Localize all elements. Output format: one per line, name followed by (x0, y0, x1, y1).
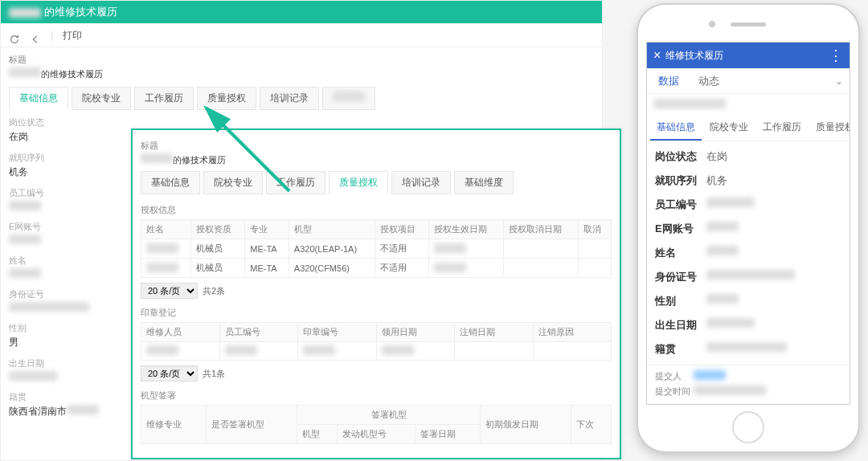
label-status: 岗位状态 (9, 116, 121, 129)
mf-dob-k: 出生日期 (655, 318, 706, 332)
table-header-row: 维修人员 员工编号 印章编号 领用日期 注销日期 注销原因 (141, 323, 612, 342)
stamp-table: 维修人员 员工编号 印章编号 领用日期 注销日期 注销原因 (141, 322, 612, 361)
mfoot-submitter-k: 提交人 (655, 370, 694, 382)
mf-id-k: 身份证号 (655, 270, 706, 284)
page-size-select[interactable]: 20 条/页 (141, 283, 198, 299)
mobile-tab-data[interactable]: 数据 (653, 74, 684, 88)
table-row[interactable]: 机械员 ME-TA A320(CFM56) 不适用 (141, 259, 612, 278)
value-enet (9, 235, 121, 247)
tab-basic[interactable]: 基础信息 (9, 87, 68, 110)
sub-tab-train[interactable]: 培训记录 (391, 171, 451, 194)
value-status: 在岗 (9, 130, 121, 144)
m-subtab-auth[interactable]: 质量授权 (809, 116, 850, 141)
value-series: 机务 (9, 165, 121, 179)
stamp-total: 共1条 (203, 368, 225, 380)
mf-empno-v (706, 198, 841, 212)
mf-id-v (706, 270, 841, 284)
left-detail-panel: 岗位状态在岗 就职序列机务 员工编号 E网账号 姓名 身份证号 性别男 出生日期… (1, 116, 129, 426)
mfoot-submitter-v (694, 370, 841, 382)
sub-tab-auth[interactable]: 质量授权 (329, 171, 388, 194)
value-empno (9, 201, 121, 213)
label-id: 身份证号 (9, 288, 121, 300)
auth-total: 共2条 (203, 285, 225, 297)
window-title: 的维修技术履历 (1, 1, 602, 23)
mobile-tab-activity[interactable]: 动态 (694, 74, 724, 88)
label-enet: E网账号 (9, 221, 121, 233)
mobile-subtitle (647, 94, 850, 116)
mobile-tabs: 数据 动态 ⌄ (647, 68, 850, 94)
sub-tab-basic[interactable]: 基础信息 (141, 171, 200, 194)
mf-status-v: 在岗 (706, 149, 841, 164)
mobile-mockup: × 维修技术履历 ⋮ 数据 动态 ⌄ 基础信息 院校专业 工作履历 质量授权 培… (637, 3, 860, 453)
auth-section-title: 授权信息 (141, 204, 612, 216)
m-subtab-school[interactable]: 院校专业 (703, 116, 755, 141)
title-text: 的维修技术履历 (44, 6, 117, 18)
close-icon[interactable]: × (653, 48, 661, 63)
value-name (9, 268, 121, 280)
value-id (9, 302, 121, 314)
back-icon[interactable] (30, 30, 41, 41)
label-empno: 员工编号 (9, 187, 121, 199)
page-size-select[interactable]: 20 条/页 (141, 365, 198, 381)
stamp-pager: 20 条/页 共1条 (141, 365, 612, 381)
mf-gender-k: 性别 (655, 294, 706, 308)
tab-auth[interactable]: 质量授权 (197, 87, 256, 110)
more-icon[interactable]: ⋮ (829, 47, 843, 64)
home-button[interactable] (732, 411, 764, 443)
label-gender: 性别 (9, 322, 121, 334)
table-row[interactable] (141, 342, 612, 361)
phone-camera (709, 21, 715, 27)
mobile-title: 维修技术履历 (665, 49, 723, 63)
table-row[interactable]: 机械员 ME-TA A320(LEAP-1A) 不适用 (141, 239, 612, 259)
mf-empno-k: 员工编号 (655, 198, 706, 212)
value-dob (9, 371, 121, 383)
sign-section-title: 机型签署 (141, 390, 612, 402)
tab-extra[interactable] (322, 87, 375, 110)
mf-enet-k: E网账号 (655, 222, 706, 236)
sub-crumb-label: 标题 (141, 140, 612, 152)
breadcrumb: 标题 的维修技术履历 (1, 47, 602, 87)
sub-tab-work[interactable]: 工作履历 (266, 171, 326, 194)
tab-school[interactable]: 院校专业 (72, 87, 131, 110)
sub-tab-school[interactable]: 院校专业 (203, 171, 263, 194)
mobile-fields: 岗位状态在岗 就职序列机务 员工编号 E网账号 姓名 身份证号 性别 出生日期 … (647, 141, 850, 365)
mfoot-time-v (694, 386, 841, 398)
mf-name-k: 姓名 (655, 246, 706, 260)
phone-speaker (731, 22, 766, 27)
refresh-icon[interactable] (9, 30, 20, 41)
m-subtab-work[interactable]: 工作履历 (756, 116, 808, 141)
sign-table: 维修专业 是否签署机型 签署机型 初期颁发日期 下次 机型 发动机型号 签署日期 (141, 405, 612, 444)
stamp-section-title: 印章登记 (141, 307, 612, 319)
mobile-footer: 提交人 提交时间 (647, 365, 850, 402)
crumb-value: 的维修技术履历 (41, 69, 103, 79)
label-dob: 出生日期 (9, 357, 121, 369)
value-native: 陕西省渭南市 (9, 405, 121, 418)
label-native: 籍贯 (9, 391, 121, 403)
label-name: 姓名 (9, 255, 121, 267)
auth-pager: 20 条/页 共2条 (141, 283, 612, 299)
m-subtab-basic[interactable]: 基础信息 (650, 116, 702, 141)
tab-train[interactable]: 培训记录 (260, 87, 319, 110)
mobile-screen: × 维修技术履历 ⋮ 数据 动态 ⌄ 基础信息 院校专业 工作履历 质量授权 培… (646, 42, 850, 405)
auth-table: 姓名 授权资质 专业 机型 授权项目 授权生效日期 授权取消日期 取消 机械员 … (141, 219, 612, 278)
tab-work[interactable]: 工作履历 (134, 87, 194, 110)
toolbar: | 打印 (1, 23, 602, 47)
sub-tab-dim[interactable]: 基础维度 (454, 171, 514, 194)
mf-name-v (706, 246, 841, 260)
mf-series-k: 就职序列 (655, 173, 706, 188)
table-header-row: 姓名 授权资质 专业 机型 授权项目 授权生效日期 授权取消日期 取消 (141, 220, 612, 239)
mf-enet-v (706, 222, 841, 236)
print-button[interactable]: 打印 (63, 23, 82, 47)
mf-status-k: 岗位状态 (655, 149, 706, 164)
sub-crumb-value: 的修技术履历 (173, 155, 226, 165)
mf-gender-v (706, 294, 841, 308)
sub-breadcrumb: 标题 的修技术履历 (141, 138, 612, 171)
mobile-header: × 维修技术履历 ⋮ (647, 43, 850, 68)
main-tabs: 基础信息 院校专业 工作履历 质量授权 培训记录 (1, 87, 602, 116)
label-series: 就职序列 (9, 152, 121, 164)
mf-series-v: 机务 (706, 173, 841, 188)
mf-native-v (706, 342, 841, 357)
sub-tabs: 基础信息 院校专业 工作履历 质量授权 培训记录 基础维度 (141, 171, 612, 199)
dropdown-icon[interactable]: ⌄ (835, 75, 843, 87)
table-header-row: 维修专业 是否签署机型 签署机型 初期颁发日期 下次 (141, 406, 612, 425)
